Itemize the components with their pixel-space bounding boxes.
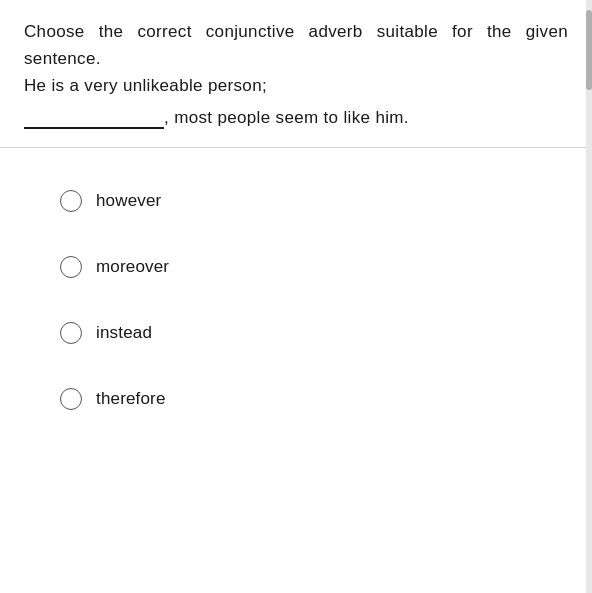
option-item-opt4[interactable]: therefore xyxy=(60,366,532,432)
radio-opt2[interactable] xyxy=(60,256,82,278)
scrollbar-track[interactable] xyxy=(586,0,592,593)
option-label-opt1: however xyxy=(96,191,161,211)
option-label-opt2: moreover xyxy=(96,257,169,277)
option-label-opt4: therefore xyxy=(96,389,166,409)
option-item-opt3[interactable]: instead xyxy=(60,300,532,366)
sentence-part1: He is a very unlikeable person; xyxy=(24,76,267,95)
radio-opt4[interactable] xyxy=(60,388,82,410)
scrollbar-thumb[interactable] xyxy=(586,10,592,90)
option-item-opt2[interactable]: moreover xyxy=(60,234,532,300)
option-item-opt1[interactable]: however xyxy=(60,168,532,234)
sentence-part2: , most people seem to like him. xyxy=(164,108,409,127)
question-container: Choose the correct conjunctive adverb su… xyxy=(0,0,592,148)
option-label-opt3: instead xyxy=(96,323,152,343)
question-text: Choose the correct conjunctive adverb su… xyxy=(24,18,568,131)
instruction-text: Choose the correct conjunctive adverb su… xyxy=(24,22,568,68)
blank xyxy=(24,100,164,129)
options-container: howevermoreoverinsteadtherefore xyxy=(0,148,592,452)
radio-opt3[interactable] xyxy=(60,322,82,344)
radio-opt1[interactable] xyxy=(60,190,82,212)
